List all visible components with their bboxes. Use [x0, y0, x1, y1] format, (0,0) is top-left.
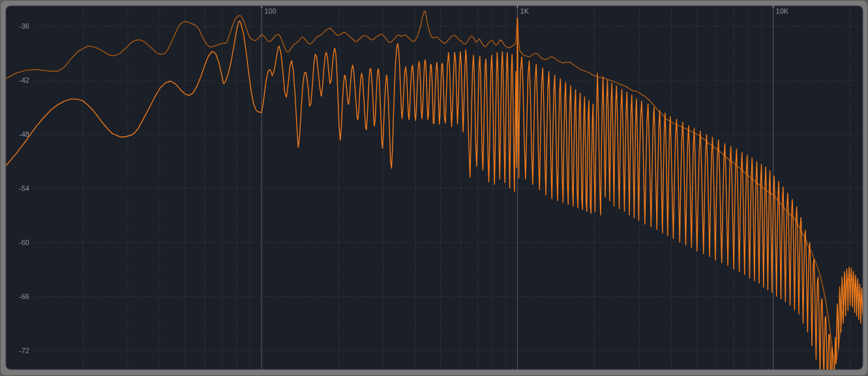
- svg-text:-60: -60: [19, 239, 29, 246]
- spectrum-chart: 1001K10K-36-42-48-54-60-66-72: [0, 0, 868, 376]
- svg-text:10K: 10K: [776, 7, 789, 15]
- svg-text:-66: -66: [19, 293, 29, 300]
- svg-text:-42: -42: [19, 76, 29, 84]
- svg-text:-72: -72: [19, 347, 29, 354]
- device-frame: 1001K10K-36-42-48-54-60-66-72: [0, 0, 868, 376]
- svg-text:100: 100: [264, 7, 276, 15]
- svg-text:-48: -48: [19, 130, 29, 138]
- svg-text:1K: 1K: [520, 7, 529, 15]
- svg-text:-54: -54: [19, 184, 29, 192]
- spectrum-display[interactable]: [6, 6, 863, 369]
- svg-text:-36: -36: [19, 22, 29, 30]
